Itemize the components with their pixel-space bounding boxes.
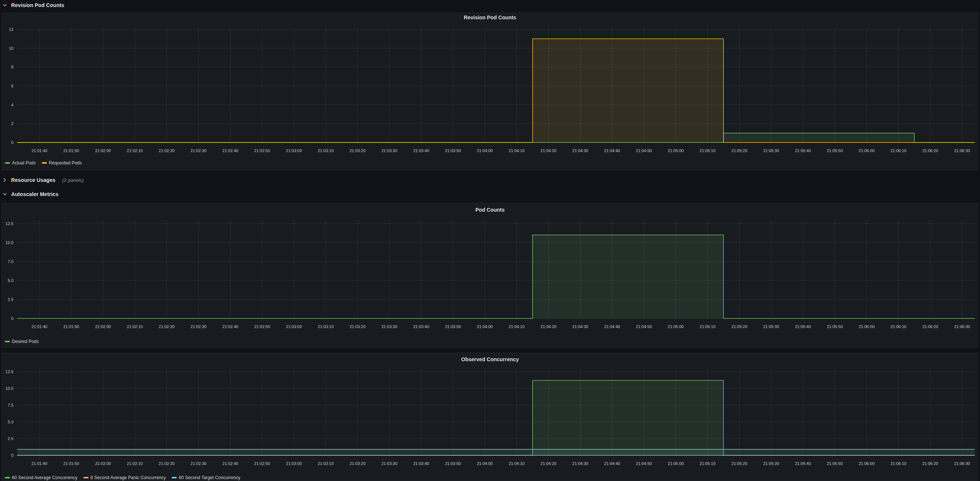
x-axis-tick-label: 21:02:30 [191, 461, 207, 466]
y-axis-tick-label: 12.5 [6, 369, 13, 374]
legend-label: 60 Second Average Concurrency [12, 475, 77, 480]
x-axis-tick-label: 21:03:10 [318, 148, 334, 153]
x-axis-tick-label: 21:05:30 [764, 461, 780, 466]
y-axis-tick-label: 12 [9, 27, 13, 32]
legend-item[interactable]: Desired Pods [5, 339, 39, 344]
y-axis-tick-label: 2.5 [8, 297, 13, 302]
x-axis-tick-label: 21:02:50 [254, 324, 270, 329]
x-axis-tick-label: 21:05:40 [795, 148, 811, 153]
panel-title[interactable]: Pod Counts [2, 203, 978, 216]
x-axis-tick-label: 21:04:30 [573, 461, 589, 466]
x-axis-tick-label: 21:06:20 [922, 461, 938, 466]
x-axis-tick-label: 21:03:00 [286, 148, 302, 153]
x-axis-tick-label: 21:06:10 [890, 148, 906, 153]
x-axis-tick-label: 21:06:30 [954, 324, 970, 329]
y-axis-tick-label: 12.5 [6, 221, 13, 226]
x-axis-tick-label: 21:04:50 [636, 324, 652, 329]
y-axis-tick-label: 0 [11, 140, 13, 145]
chevron-right-icon [2, 178, 8, 183]
x-axis-tick-label: 21:06:20 [922, 148, 938, 153]
series-area-fill [17, 39, 975, 143]
x-axis-tick-label: 21:03:00 [286, 461, 302, 466]
x-axis-tick-label: 21:06:10 [890, 461, 906, 466]
legend-item[interactable]: 6 Second Average Panic Concurrency [83, 475, 166, 480]
series-line [17, 380, 975, 455]
x-axis-tick-label: 21:01:40 [31, 148, 47, 153]
panel-observed-concurrency: Observed Concurrency 02.55.07.510.012.52… [2, 352, 978, 481]
x-axis-tick-label: 21:05:20 [731, 324, 748, 329]
x-axis-tick-label: 21:05:00 [668, 324, 684, 329]
x-axis-tick-label: 21:01:40 [31, 461, 47, 466]
chevron-down-icon [2, 192, 8, 197]
legend-label: Desired Pods [12, 339, 39, 344]
x-axis-tick-label: 21:05:20 [731, 148, 748, 153]
x-axis-tick-label: 21:02:50 [254, 148, 270, 153]
x-axis-tick-label: 21:06:20 [922, 324, 938, 329]
y-axis-tick-label: 0 [11, 316, 13, 321]
x-axis-tick-label: 21:02:10 [127, 148, 143, 153]
series-area-fill [17, 449, 975, 455]
x-axis-tick-label: 21:04:00 [477, 461, 493, 466]
legend-item[interactable]: 60 Second Average Concurrency [5, 475, 77, 480]
legend-item[interactable]: Actual Pods [5, 160, 36, 165]
x-axis-tick-label: 21:03:40 [413, 461, 429, 466]
y-axis-tick-label: 2 [11, 121, 13, 126]
x-axis-tick-label: 21:01:40 [31, 324, 47, 329]
x-axis-tick-label: 21:05:50 [827, 461, 843, 466]
row-header-autoscaler-metrics[interactable]: Autoscaler Metrics [2, 188, 59, 200]
x-axis-tick-label: 21:04:20 [541, 461, 557, 466]
series-area-fill [17, 235, 975, 318]
x-axis-tick-label: 21:02:20 [159, 461, 175, 466]
x-axis-tick-label: 21:05:00 [668, 461, 684, 466]
x-axis-tick-label: 21:03:30 [382, 148, 398, 153]
panel-title[interactable]: Revision Pod Counts [2, 13, 978, 21]
y-axis-tick-label: 8 [11, 65, 13, 69]
legend-item[interactable]: Requested Pods [42, 160, 82, 165]
x-axis-tick-label: 21:04:10 [509, 148, 525, 153]
x-axis-tick-label: 21:05:10 [700, 148, 716, 153]
x-axis-tick-label: 21:04:40 [604, 461, 620, 466]
series-color-dash [5, 477, 10, 478]
row-header-resource-usages[interactable]: Resource Usages (2 panels) [2, 174, 84, 186]
x-axis-tick-label: 21:02:00 [95, 148, 111, 153]
row-title: Revision Pod Counts [11, 2, 64, 8]
chart-plot-area[interactable]: 02.55.07.510.012.521:01:4021:01:5021:02:… [2, 365, 978, 472]
y-axis-tick-label: 10.0 [6, 240, 13, 245]
x-axis-tick-label: 21:05:00 [668, 148, 684, 153]
y-axis-tick-label: 10.0 [6, 386, 13, 391]
series-line [17, 235, 975, 318]
series-color-dash [83, 477, 89, 478]
row-title: Autoscaler Metrics [11, 191, 59, 197]
row-header-revision-pod-counts[interactable]: Revision Pod Counts [2, 1, 64, 10]
time-series-chart[interactable]: 02.55.07.510.012.521:01:4021:01:5021:02:… [2, 365, 978, 473]
y-axis-tick-label: 10 [9, 46, 13, 51]
x-axis-tick-label: 21:03:40 [413, 324, 429, 329]
series-area-fill [17, 380, 975, 455]
x-axis-tick-label: 21:04:00 [477, 148, 493, 153]
x-axis-tick-label: 21:03:10 [318, 461, 334, 466]
time-series-chart[interactable]: 02468101221:01:4021:01:5021:02:0021:02:1… [2, 21, 978, 159]
x-axis-tick-label: 21:05:10 [700, 461, 716, 466]
y-axis-tick-label: 4 [11, 103, 13, 107]
x-axis-tick-label: 21:02:00 [95, 461, 111, 466]
series-area-fill [17, 133, 975, 143]
x-axis-tick-label: 21:03:20 [350, 324, 366, 329]
x-axis-tick-label: 21:06:00 [859, 461, 875, 466]
grafana-dashboard: Revision Pod Counts Revision Pod Counts … [0, 0, 980, 481]
chart-plot-area[interactable]: 02.55.07.510.012.521:01:4021:01:5021:02:… [2, 216, 978, 336]
x-axis-tick-label: 21:03:00 [286, 324, 302, 329]
chart-plot-area[interactable]: 02468101221:01:4021:01:5021:02:0021:02:1… [2, 21, 978, 157]
legend-item[interactable]: 60 Second Target Concurrency [172, 475, 240, 480]
x-axis-tick-label: 21:06:10 [890, 324, 906, 329]
x-axis-tick-label: 21:03:40 [413, 148, 429, 153]
x-axis-tick-label: 21:02:40 [222, 461, 238, 466]
panel-title[interactable]: Observed Concurrency [2, 353, 978, 365]
x-axis-tick-label: 21:03:50 [445, 148, 461, 153]
x-axis-tick-label: 21:05:50 [827, 148, 843, 153]
x-axis-tick-label: 21:06:00 [859, 324, 875, 329]
time-series-chart[interactable]: 02.55.07.510.012.521:01:4021:01:5021:02:… [2, 216, 978, 337]
x-axis-tick-label: 21:02:00 [95, 324, 111, 329]
x-axis-tick-label: 21:03:30 [382, 461, 398, 466]
legend-label: Requested Pods [49, 160, 82, 165]
x-axis-tick-label: 21:04:50 [636, 461, 652, 466]
